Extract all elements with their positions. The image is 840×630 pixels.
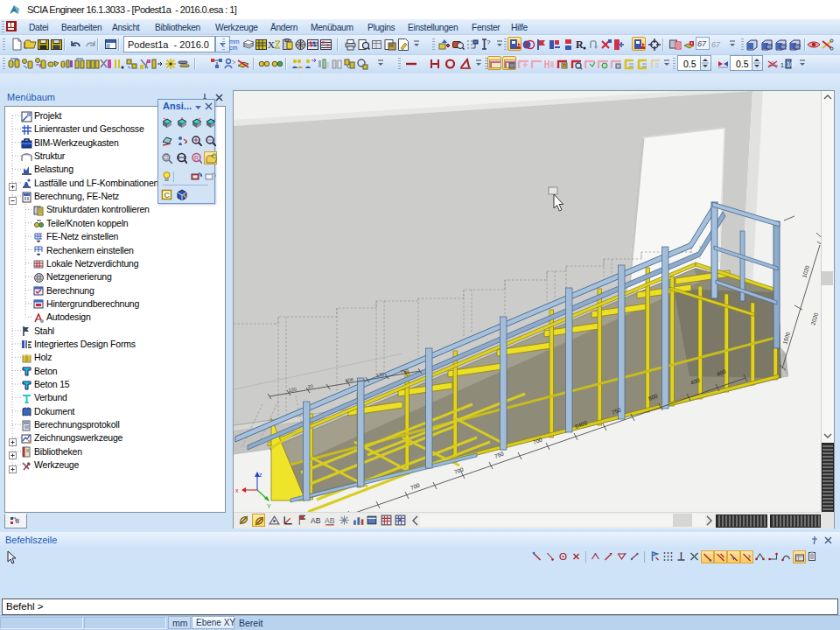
svg-text:20: 20: [307, 383, 313, 389]
svg-text:67: 67: [697, 39, 707, 48]
svg-text:z: z: [259, 472, 262, 478]
svg-text:mm: mm: [229, 38, 240, 45]
svg-text:R: R: [576, 38, 584, 51]
svg-text:AB: AB: [311, 516, 321, 525]
svg-text:10: 10: [787, 61, 794, 67]
svg-text:67: 67: [711, 40, 721, 49]
svg-text:X: X: [268, 39, 275, 50]
svg-text:R: R: [194, 155, 199, 161]
svg-text:R: R: [563, 63, 567, 68]
svg-text:x: x: [235, 487, 239, 494]
svg-text:?: ?: [486, 38, 491, 46]
svg-text:AB: AB: [325, 516, 335, 525]
svg-text:1.: 1.: [780, 62, 786, 68]
svg-text:cm: cm: [229, 45, 238, 51]
svg-text:Y: Y: [267, 503, 271, 509]
svg-text:C: C: [164, 191, 171, 200]
